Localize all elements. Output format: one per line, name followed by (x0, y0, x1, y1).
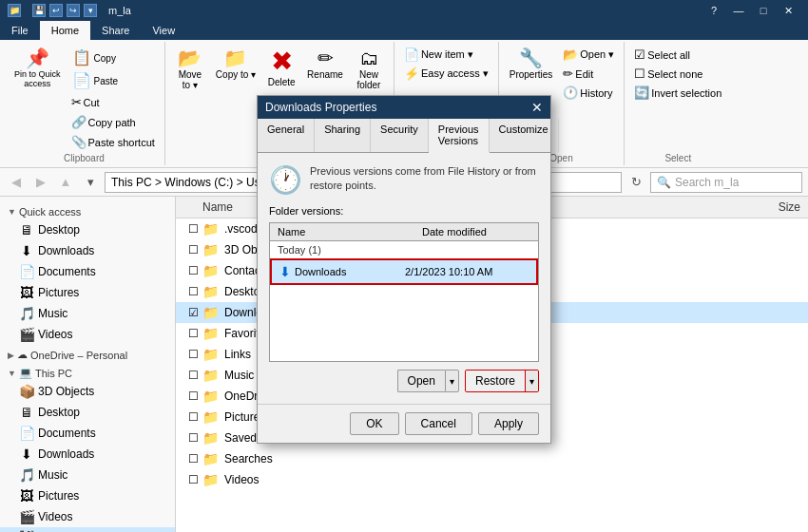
refresh-button[interactable]: ↻ (625, 172, 646, 193)
dialog-close-button[interactable]: ✕ (531, 100, 543, 115)
row-checkbox[interactable]: ☐ (183, 222, 202, 236)
dialog-tab-general[interactable]: General (258, 119, 315, 152)
back-button[interactable]: ◀ (6, 172, 27, 193)
row-checkbox[interactable]: ☐ (183, 369, 202, 382)
sidebar-item-desktop-pc[interactable]: 🖥 Desktop (0, 402, 175, 423)
thispc-arrow: ▼ (8, 369, 16, 378)
open-button[interactable]: 📂 Open ▾ (559, 46, 618, 64)
dialog-tab-customize[interactable]: Customize (490, 119, 559, 152)
onedrive-arrow: ▶ (8, 351, 14, 360)
easy-access-icon: ⚡ (404, 66, 419, 81)
close-button[interactable]: ✕ (776, 0, 800, 21)
file-name: Searches (224, 452, 800, 466)
cancel-button[interactable]: Cancel (405, 412, 472, 435)
folder-icon: 📁 (202, 221, 219, 237)
col-size: Size (732, 199, 808, 216)
move-icon: 📂 (178, 48, 202, 67)
row-checkbox[interactable]: ☐ (183, 264, 202, 277)
row-checkbox[interactable]: ☐ (183, 285, 202, 298)
row-checkbox[interactable]: ☐ (183, 431, 202, 445)
select-none-button[interactable]: ☐ Select none (630, 65, 725, 83)
history-label: History (580, 87, 612, 99)
restore-main-button[interactable]: Restore (466, 370, 525, 391)
dialog-tab-security[interactable]: Security (371, 119, 429, 152)
undo-icon[interactable]: ↩ (49, 4, 63, 17)
row-checkbox[interactable]: ☐ (183, 390, 202, 403)
sidebar-item-pictures-qa[interactable]: 🖼 Pictures (0, 282, 175, 303)
recent-button[interactable]: ▾ (80, 172, 101, 193)
cut-button[interactable]: ✂ Cut (67, 93, 159, 111)
new-item-button[interactable]: 📄 New item ▾ (400, 46, 492, 64)
sidebar-item-music-qa[interactable]: 🎵 Music (0, 303, 175, 324)
thispc-section[interactable]: ▼ 💻 This PC (0, 363, 175, 381)
row-checkbox[interactable]: ☑ (183, 306, 202, 319)
sidebar-item-desktop-qa[interactable]: 🖥 Desktop (0, 219, 175, 240)
tab-view[interactable]: View (141, 21, 186, 40)
row-checkbox[interactable]: ☐ (183, 473, 202, 486)
help-button[interactable]: ? (702, 0, 726, 21)
tab-home[interactable]: Home (40, 21, 90, 40)
sidebar-item-documents-pc[interactable]: 📄 Documents (0, 423, 175, 444)
maximize-button[interactable]: □ (751, 0, 776, 21)
row-checkbox[interactable]: ☐ (183, 410, 202, 424)
paste-button[interactable]: 📄 Paste (67, 70, 159, 91)
dialog-tab-sharing[interactable]: Sharing (315, 119, 371, 152)
search-icon: 🔍 (657, 176, 671, 189)
select-all-button[interactable]: ☑ Select all (630, 46, 725, 64)
sidebar-item-videos-qa[interactable]: 🎬 Videos (0, 324, 175, 345)
dialog-info-text: Previous versions come from File History… (310, 164, 539, 194)
up-button[interactable]: ▲ (55, 172, 76, 193)
open-arrow-button[interactable]: ▾ (445, 370, 459, 392)
sidebar-item-3dobjects[interactable]: 📦 3D Objects (0, 381, 175, 402)
easy-access-button[interactable]: ⚡ Easy access ▾ (400, 65, 492, 83)
ok-button[interactable]: OK (350, 412, 398, 435)
table-row[interactable]: ☐ 📁 Searches (176, 448, 808, 469)
forward-button[interactable]: ▶ (30, 172, 51, 193)
dialog-body: 🕐 Previous versions come from File Histo… (258, 153, 550, 404)
downloads-properties-dialog: Downloads Properties ✕ General Sharing S… (257, 95, 551, 444)
redo-icon[interactable]: ↪ (67, 4, 80, 17)
new-folder-button[interactable]: 🗂 Newfolder (350, 46, 388, 93)
copy-to-button[interactable]: 📁 Copy to ▾ (211, 46, 260, 83)
onedrive-section[interactable]: ▶ ☁ OneDrive – Personal (0, 345, 175, 363)
paste-shortcut-button[interactable]: 📎 Paste shortcut (67, 133, 159, 151)
sidebar-item-pictures-pc[interactable]: 🖼 Pictures (0, 485, 175, 506)
table-row[interactable]: ☐ 📁 Videos (176, 469, 808, 490)
move-label: Moveto ▾ (179, 69, 202, 90)
3d-icon: 📦 (19, 384, 34, 399)
paste-shortcut-icon: 📎 (71, 135, 87, 149)
apply-button[interactable]: Apply (478, 412, 539, 435)
minimize-button[interactable]: — (726, 0, 751, 21)
edit-button[interactable]: ✏ Edit (559, 65, 618, 83)
rename-button[interactable]: ✏ Rename (302, 46, 348, 83)
pin-to-quick-access-button[interactable]: 📌 Pin to Quickaccess (10, 46, 66, 91)
folder-icon: 📁 (202, 326, 219, 341)
sidebar-item-music-pc[interactable]: 🎵 Music (0, 465, 175, 485)
open-main-button[interactable]: Open (397, 370, 445, 392)
sidebar-item-windows-c[interactable]: 💾 Windows (C:) (0, 527, 175, 532)
row-checkbox[interactable]: ☐ (183, 348, 202, 361)
tab-file[interactable]: File (0, 21, 40, 40)
down-icon[interactable]: ▾ (84, 4, 97, 17)
row-checkbox[interactable]: ☐ (183, 452, 202, 466)
sidebar-item-documents-qa[interactable]: 📄 Documents (0, 261, 175, 282)
sidebar-item-downloads-pc[interactable]: ⬇ Downloads (0, 444, 175, 465)
invert-selection-button[interactable]: 🔄 Invert selection (630, 84, 725, 102)
row-checkbox[interactable]: ☐ (183, 327, 202, 340)
copy-button[interactable]: 📋 Copy (67, 48, 159, 68)
restore-arrow-button[interactable]: ▾ (525, 370, 538, 391)
delete-button[interactable]: ✖ Delete (262, 46, 300, 90)
version-row[interactable]: ⬇ Downloads 2/1/2023 10:10 AM (270, 258, 538, 285)
tab-share[interactable]: Share (90, 21, 141, 40)
sidebar-item-videos-pc[interactable]: 🎬 Videos (0, 506, 175, 527)
move-to-button[interactable]: 📂 Moveto ▾ (171, 46, 209, 93)
history-button[interactable]: 🕐 History (559, 84, 618, 102)
save-icon[interactable]: 💾 (32, 4, 46, 17)
sidebar-item-downloads-qa[interactable]: ⬇ Downloads (0, 240, 175, 261)
row-checkbox[interactable]: ☐ (183, 243, 202, 256)
dialog-tab-previous-versions[interactable]: Previous Versions (429, 119, 490, 153)
properties-button[interactable]: 🔧 Properties (505, 46, 558, 83)
quick-access-section[interactable]: ▼ Quick access (0, 202, 175, 219)
search-box[interactable]: 🔍 Search m_la (650, 172, 802, 193)
copy-path-button[interactable]: 🔗 Copy path (67, 113, 159, 131)
